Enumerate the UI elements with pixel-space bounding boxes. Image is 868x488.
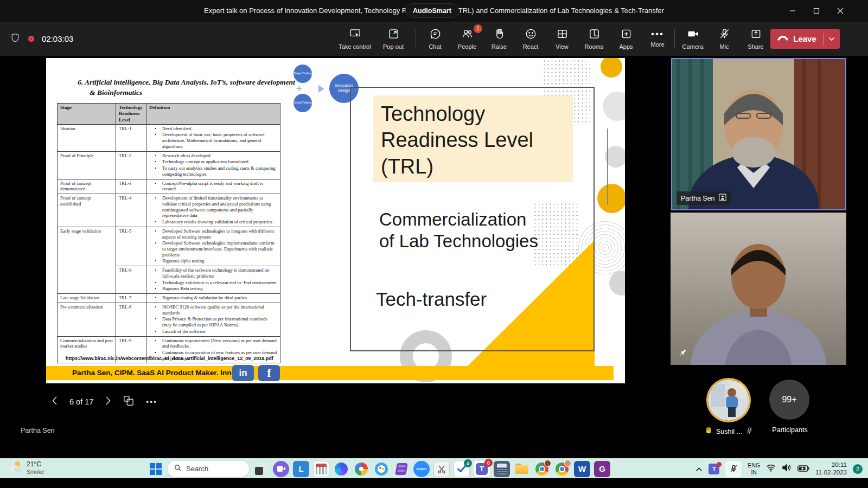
weather-icon — [8, 460, 23, 476]
clipchamp-app-icon[interactable] — [393, 461, 410, 477]
sushil-photo — [708, 380, 749, 421]
people-button[interactable]: 1 People — [452, 26, 482, 50]
share-button[interactable]: Share — [741, 26, 770, 50]
slide-more-options[interactable]: ••• — [146, 397, 157, 406]
audiosmart-overlay-badge: AudioSmart — [405, 3, 459, 18]
leave-options-chevron[interactable] — [824, 37, 840, 41]
commercialization-text: Commercialization of Lab Technologies — [379, 209, 538, 253]
task-view-button[interactable] — [253, 461, 269, 477]
mic-button-muted[interactable]: Mic — [710, 26, 739, 50]
video-tile-participant-2[interactable] — [671, 213, 846, 365]
search-icon — [174, 464, 182, 473]
slide-heading: 6. Artificial intelligence, Big Data Ana… — [78, 78, 295, 98]
previous-slide-button[interactable] — [52, 396, 58, 408]
volume-icon[interactable] — [782, 464, 792, 474]
avatar-sushil[interactable] — [706, 378, 751, 422]
battery-icon[interactable] — [797, 464, 809, 474]
participants-label: Participants — [757, 426, 822, 434]
zoom-app-icon[interactable]: zoom — [413, 461, 430, 477]
teams-tray-icon[interactable]: T — [709, 464, 719, 474]
todo-badge: 4 — [464, 459, 472, 467]
table-row: Proof of concept establishedTRL-4Develop… — [58, 194, 280, 227]
spotlight-icon — [719, 194, 726, 203]
yellow-circle-decoration — [601, 58, 622, 78]
table-row: Proof of PrincipleTRL-2Research ideas de… — [58, 151, 280, 179]
shield-icon — [10, 32, 21, 46]
slide-page-navigation: 6 of 17 ••• — [52, 394, 157, 410]
apps-button[interactable]: Apps — [611, 26, 641, 50]
table-row: Proof of concept demonstratedTRL-3Concep… — [58, 179, 280, 194]
critical-thinking-circle: Critical Thinking — [293, 94, 312, 112]
video-tile-partha-sen[interactable]: Partha Sen — [671, 58, 846, 210]
search-box[interactable]: Search — [168, 461, 249, 477]
table-row: Pre-commercializationTRL-8ISO/IEC 9126 s… — [58, 303, 280, 336]
camera-icon — [687, 28, 699, 42]
mic-muted-icon — [718, 28, 731, 42]
audio-participants-row: Sushil ... 99+ Participants — [671, 374, 846, 445]
raise-hand-button[interactable]: Raise — [484, 26, 514, 50]
close-button[interactable] — [831, 0, 850, 22]
meeting-toolbar: 02:03:03 Take control Pop out Chat 1 Peo… — [0, 22, 868, 56]
windows-taskbar: 21°C Smoke Search L zoom 4 T6 — [0, 458, 868, 478]
react-button[interactable]: React — [516, 26, 545, 50]
yellow-circle-decoration — [597, 184, 625, 213]
weather-widget[interactable]: 21°C Smoke — [8, 460, 44, 476]
todo-app-icon[interactable]: 4 — [454, 461, 470, 477]
teams-badge: 6 — [484, 459, 493, 467]
tech-transfer-text: Tech-transfer — [376, 288, 487, 310]
photos-app-icon[interactable] — [353, 461, 369, 477]
take-control-button[interactable]: Take control — [334, 26, 375, 50]
l-app-icon[interactable]: L — [293, 461, 309, 477]
teams-app-icon[interactable]: T6 — [474, 461, 490, 477]
calculator-app-icon[interactable] — [494, 461, 510, 477]
linkedin-icon: in — [232, 365, 254, 381]
camera-app-icon[interactable] — [273, 461, 289, 477]
raise-hand-icon — [493, 28, 506, 42]
rooms-button[interactable]: Rooms — [579, 26, 609, 50]
webcam-video-partha — [672, 59, 846, 210]
table-header-stage: Stage — [58, 104, 116, 125]
camera-button[interactable]: Camera — [678, 26, 707, 50]
notification-count-badge[interactable]: 2 — [853, 464, 863, 474]
chrome-profile2-icon[interactable] — [554, 461, 570, 477]
paint-app-icon[interactable] — [373, 461, 390, 477]
recording-indicator-icon — [28, 36, 34, 42]
chat-button[interactable]: Chat — [420, 26, 450, 50]
slide-footer-text: Partha Sen, CIPM. SaaS AI Product Maker.… — [72, 366, 254, 380]
take-control-icon — [349, 28, 361, 42]
start-button[interactable] — [148, 461, 164, 477]
view-button[interactable]: View — [547, 26, 577, 50]
tray-mic-muted-icon[interactable] — [725, 461, 742, 477]
language-indicator[interactable]: ENGIN — [748, 462, 760, 475]
word-app-icon[interactable]: W — [574, 461, 590, 477]
next-slide-button[interactable] — [105, 396, 111, 408]
page-indicator: 6 of 17 — [69, 397, 93, 406]
trl-table: Stage Technology Readiness Level Definit… — [57, 103, 280, 363]
source-url: https://www.birac.nic.in/webcontent/bira… — [66, 356, 273, 361]
file-explorer-icon[interactable] — [514, 461, 530, 477]
chrome-profile2-avatar — [564, 460, 571, 467]
trl-table-body: IdeationTRL-1Need identified,Development… — [58, 124, 280, 363]
maximize-button[interactable] — [807, 0, 826, 22]
pop-out-button[interactable]: Pop out — [378, 26, 409, 50]
copilot-app-icon[interactable] — [333, 461, 349, 477]
participants-count-circle[interactable]: 99+ — [769, 380, 809, 420]
more-dots-icon: ••• — [651, 28, 664, 40]
chrome-profile1-icon[interactable] — [534, 461, 550, 477]
foxit-pdf-icon[interactable]: G — [594, 461, 610, 477]
leave-button[interactable]: Leave — [770, 29, 840, 49]
table-row: Early stage validationTRL-5Developed Sof… — [58, 227, 280, 266]
wifi-icon[interactable] — [766, 464, 776, 474]
more-button[interactable]: ••• More — [643, 26, 672, 50]
trl-title-block: Technology Readiness Level (TRL) — [373, 95, 573, 182]
thumbnails-icon[interactable] — [123, 395, 134, 408]
snipping-tool-icon[interactable] — [433, 461, 450, 477]
people-icon — [461, 28, 474, 42]
share-icon — [750, 28, 762, 42]
clock[interactable]: 20:1111-02-2023 — [815, 461, 847, 477]
calendar-app-icon[interactable] — [313, 461, 329, 477]
shared-screen-slide: 6. Artificial intelligence, Big Data Ana… — [46, 58, 625, 383]
presenter-name: Partha Sen — [21, 427, 55, 434]
tray-chevron-icon[interactable] — [695, 464, 703, 474]
minimize-button[interactable] — [783, 0, 802, 22]
